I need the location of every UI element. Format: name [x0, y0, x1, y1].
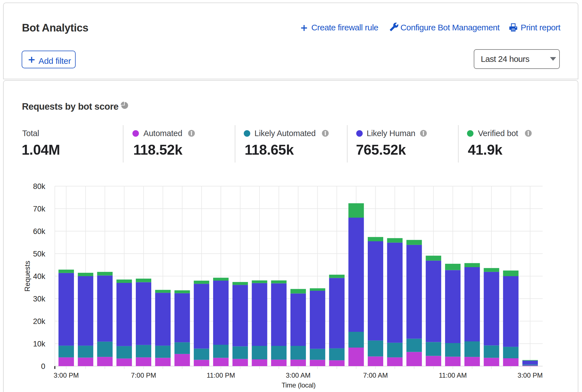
svg-text:3:00 AM: 3:00 AM	[286, 371, 310, 379]
svg-text:3:00 PM: 3:00 PM	[518, 371, 543, 379]
svg-text:40k: 40k	[33, 272, 45, 281]
svg-text:30k: 30k	[33, 295, 45, 303]
svg-text:Time (local): Time (local)	[282, 381, 316, 389]
svg-text:7:00 PM: 7:00 PM	[131, 371, 156, 379]
svg-text:10k: 10k	[33, 340, 45, 348]
svg-text:3:00 PM: 3:00 PM	[54, 371, 79, 379]
svg-text:60k: 60k	[33, 227, 45, 236]
svg-text:11:00 PM: 11:00 PM	[207, 371, 235, 379]
svg-text:Requests: Requests	[23, 261, 31, 292]
svg-text:80k: 80k	[33, 182, 45, 191]
svg-text:11:00 AM: 11:00 AM	[439, 371, 467, 379]
svg-text:7:00 AM: 7:00 AM	[363, 371, 388, 379]
svg-text:70k: 70k	[33, 205, 45, 213]
svg-text:0: 0	[41, 362, 45, 371]
svg-text:50k: 50k	[33, 250, 45, 258]
svg-text:20k: 20k	[33, 317, 45, 326]
